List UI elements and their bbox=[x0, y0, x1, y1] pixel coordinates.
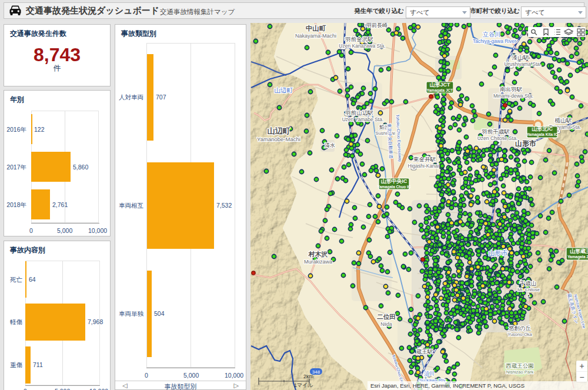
svg-text:蔵王駅: 蔵王駅 bbox=[416, 348, 433, 355]
svg-text:山形北IC: 山形北IC bbox=[532, 126, 553, 132]
svg-text:Yamagata Kita IC: Yamagata Kita IC bbox=[527, 132, 558, 137]
svg-text:Murakizawa: Murakizawa bbox=[304, 259, 332, 265]
svg-text:村木沢: 村木沢 bbox=[308, 251, 328, 258]
svg-text:Yamagata Zao: Yamagata Zao bbox=[567, 255, 588, 259]
svg-text:Nakayama-Machi: Nakayama-Machi bbox=[295, 33, 336, 39]
svg-text:Urushiyama Sta.: Urushiyama Sta. bbox=[505, 61, 542, 67]
svg-text:山辺町: 山辺町 bbox=[274, 86, 293, 94]
svg-text:348: 348 bbox=[312, 369, 320, 375]
svg-text:Tachiya-gawa River: Tachiya-gawa River bbox=[473, 38, 516, 44]
svg-text:山形蔵王: 山形蔵王 bbox=[570, 248, 588, 254]
svg-text:Yusono-Oka: Yusono-Oka bbox=[507, 332, 532, 337]
svg-text:二位田: 二位田 bbox=[377, 313, 396, 320]
svg-text:楯山駅: 楯山駅 bbox=[554, 117, 572, 124]
svg-text:Uzen Chitose Sta.: Uzen Chitose Sta. bbox=[477, 135, 518, 141]
svg-text:Higashi-Kanai: Higashi-Kanai bbox=[408, 163, 439, 169]
svg-text:Mt. Chitose: Mt. Chitose bbox=[517, 287, 540, 292]
svg-text:Yamagata Chuo IC: Yamagata Chuo IC bbox=[377, 185, 410, 189]
svg-text:中山町: 中山町 bbox=[306, 25, 326, 32]
svg-text:Minami-dewa Sta.: Minami-dewa Sta. bbox=[493, 93, 533, 99]
svg-text:▲: ▲ bbox=[527, 294, 530, 297]
svg-text:Yamagata JCT: Yamagata JCT bbox=[427, 88, 453, 93]
svg-text:東金井駅: 東金井駅 bbox=[413, 156, 436, 162]
svg-text:山形JCT: 山形JCT bbox=[429, 82, 450, 88]
svg-text:羽前長崎: 羽前長崎 bbox=[366, 23, 387, 28]
svg-text:須川: 須川 bbox=[424, 371, 435, 376]
svg-text:千歳山: 千歳山 bbox=[520, 280, 537, 286]
svg-text:山形市: 山形市 bbox=[489, 249, 508, 256]
svg-text:漆山駅: 漆山駅 bbox=[512, 54, 529, 61]
svg-text:悠創の丘: 悠創の丘 bbox=[509, 325, 532, 331]
svg-text:羽前山辺駅: 羽前山辺駅 bbox=[345, 109, 373, 116]
svg-text:南出羽駅: 南出羽駅 bbox=[500, 86, 523, 92]
svg-text:Niida: Niida bbox=[380, 321, 392, 327]
svg-text:羽前千歳駅: 羽前千歳駅 bbox=[481, 128, 510, 135]
svg-text:Nishizao Park: Nishizao Park bbox=[506, 369, 534, 375]
svg-text:Uzen Kanazawa Sta.: Uzen Kanazawa Sta. bbox=[339, 43, 385, 49]
svg-text:Uzen Yamabe Sta.: Uzen Yamabe Sta. bbox=[342, 116, 384, 122]
svg-text:羽前金沢駅: 羽前金沢駅 bbox=[345, 36, 373, 42]
svg-text:西蔵王公園: 西蔵王公園 bbox=[506, 362, 534, 369]
svg-text:山形市: 山形市 bbox=[515, 139, 536, 148]
svg-text:山辺町: 山辺町 bbox=[268, 126, 290, 135]
svg-text:山形中央IC: 山形中央IC bbox=[381, 178, 408, 184]
svg-text:Yamanobe-Machi: Yamanobe-Machi bbox=[257, 136, 300, 142]
svg-text:1マイル: 1マイル bbox=[294, 382, 313, 388]
svg-text:2km: 2km bbox=[303, 375, 313, 379]
svg-text:立谷川: 立谷川 bbox=[483, 31, 500, 38]
svg-text:清水: 清水 bbox=[324, 142, 335, 148]
